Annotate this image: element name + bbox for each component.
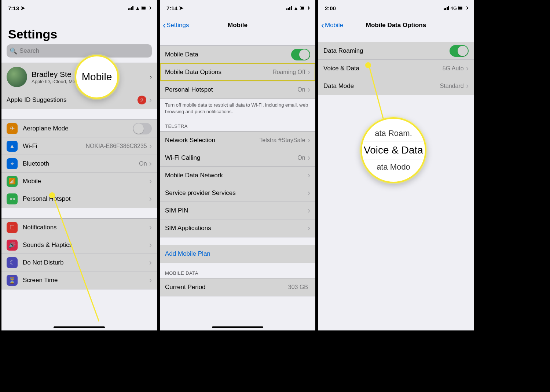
sounds-icon: 🔊 (7, 240, 18, 251)
mobile-data-options-row[interactable]: Mobile Data Options Roaming Off › (160, 63, 315, 81)
network-selection-row[interactable]: Network SelectionTelstra #StaySafe› (160, 132, 315, 149)
location-icon: ➤ (21, 5, 25, 11)
chevron-right-icon: › (149, 275, 152, 285)
status-bar: 7:13➤ ▲ (1, 0, 157, 16)
panel-mobile: 7:14➤ ▲ ‹Settings Mobile Mobile Data Mob… (158, 0, 317, 330)
wifi-calling-row[interactable]: Wi-Fi CallingOn› (160, 149, 315, 167)
avatar (7, 67, 27, 87)
antenna-icon: 📶 (7, 176, 18, 187)
voice-data-row[interactable]: Voice & Data 5G Auto › (318, 60, 474, 77)
current-period-row[interactable]: Current Period303 GB (160, 278, 315, 296)
service-provider-row[interactable]: Service provider Services› (160, 184, 315, 202)
search-icon: 🔍 (10, 47, 17, 55)
search-input[interactable]: 🔍 Search (7, 44, 152, 58)
chevron-right-icon: › (308, 67, 310, 77)
section-footer: Turn off mobile data to restrict all dat… (160, 99, 315, 116)
badge: 2 (138, 96, 146, 104)
page-title: Settings (1, 16, 157, 44)
status-time: 7:13 (8, 5, 19, 11)
cellular-icon (286, 6, 292, 10)
zoom-callout: Mobile (75, 55, 119, 99)
chevron-right-icon: › (149, 177, 152, 186)
section-header-carrier: TELSTRA (160, 116, 315, 131)
personal-hotspot-row[interactable]: ⚯ Personal Hotspot › (1, 190, 157, 208)
back-button[interactable]: ‹Settings (163, 21, 189, 30)
wifi-icon: ▲ (293, 5, 298, 11)
apple-id-suggestions-row[interactable]: Apple ID Suggestions 2 › (1, 91, 157, 109)
aeroplane-toggle[interactable] (133, 123, 152, 134)
chevron-right-icon: › (466, 81, 469, 91)
hotspot-icon: ⚯ (7, 193, 18, 204)
section-header-data: MOBILE DATA (160, 263, 315, 278)
chevron-right-icon: › (308, 223, 310, 233)
cellular-icon (444, 6, 449, 10)
status-bar: 7:14➤ ▲ (160, 0, 315, 16)
add-mobile-plan-row[interactable]: Add Mobile Plan (160, 245, 315, 263)
bluetooth-row[interactable]: ⌖ Bluetooth On › (1, 155, 157, 173)
wifi-row[interactable]: ▲ Wi-Fi NOKIA-E86F386C8235 › (1, 137, 157, 155)
sounds-row[interactable]: 🔊 Sounds & Haptics › (1, 236, 157, 254)
chevron-right-icon: › (466, 64, 469, 73)
wifi-icon: ▲ (7, 141, 18, 152)
wifi-icon: ▲ (135, 5, 140, 11)
status-bar: 2:00 4G (318, 0, 474, 16)
chevron-right-icon: › (149, 194, 152, 204)
status-time: 2:00 (325, 5, 336, 11)
nav-title: Mobile (228, 22, 247, 29)
screentime-row[interactable]: ⏳ Screen Time › (1, 271, 157, 289)
data-roaming-row[interactable]: Data Roaming (318, 42, 474, 60)
chevron-right-icon: › (150, 74, 152, 80)
sim-apps-row[interactable]: SIM Applications› (160, 219, 315, 237)
location-icon: ➤ (179, 5, 184, 11)
bluetooth-icon: ⌖ (7, 158, 18, 169)
personal-hotspot-row[interactable]: Personal Hotspot On › (160, 81, 315, 99)
back-button[interactable]: ‹Mobile (321, 21, 343, 30)
chevron-right-icon: › (149, 141, 152, 151)
chevron-right-icon: › (308, 136, 310, 145)
panel-settings: 7:13➤ ▲ Settings 🔍 Search Bradley Ste Ap… (0, 0, 158, 330)
mobile-data-row[interactable]: Mobile Data (160, 46, 315, 63)
zoom-callout: ata Roam. Voice & Data ata Modo (360, 117, 426, 183)
chevron-right-icon: › (149, 159, 152, 169)
home-indicator[interactable] (54, 326, 105, 328)
home-indicator[interactable] (212, 326, 263, 328)
mobile-data-network-row[interactable]: Mobile Data Network› (160, 167, 315, 184)
aeroplane-mode-row[interactable]: ✈ Aeroplane Mode (1, 120, 157, 137)
notifications-row[interactable]: ☐ Notifications › (1, 219, 157, 236)
chevron-right-icon: › (308, 188, 310, 198)
battery-icon (458, 6, 467, 10)
chevron-right-icon: › (308, 85, 310, 95)
battery-icon (142, 6, 150, 10)
status-time: 7:14 (166, 5, 177, 11)
chevron-right-icon: › (308, 171, 310, 180)
network-type: 4G (451, 5, 457, 11)
chevron-left-icon: ‹ (163, 21, 166, 30)
chevron-right-icon: › (149, 95, 152, 105)
chevron-right-icon: › (308, 153, 310, 163)
hourglass-icon: ⏳ (7, 275, 18, 286)
panel-mobile-data-options: 2:00 4G ‹Mobile Mobile Data Options Data… (317, 0, 475, 330)
mobile-row[interactable]: 📶 Mobile › (1, 173, 157, 190)
aeroplane-icon: ✈ (7, 123, 18, 134)
moon-icon: ☾ (7, 257, 18, 268)
notifications-icon: ☐ (7, 222, 18, 233)
nav-bar: ‹Settings Mobile (160, 16, 315, 34)
data-roaming-toggle[interactable] (450, 45, 469, 57)
battery-icon (300, 6, 309, 10)
chevron-right-icon: › (308, 206, 310, 215)
mobile-data-toggle[interactable] (291, 49, 310, 60)
search-placeholder: Search (19, 47, 39, 55)
chevron-right-icon: › (149, 223, 152, 232)
nav-bar: ‹Mobile Mobile Data Options (318, 16, 474, 34)
data-mode-row[interactable]: Data Mode Standard › (318, 77, 474, 95)
chevron-left-icon: ‹ (321, 21, 324, 30)
cellular-icon (128, 6, 133, 10)
chevron-right-icon: › (149, 240, 152, 250)
nav-title: Mobile Data Options (366, 22, 426, 29)
sim-pin-row[interactable]: SIM PIN› (160, 202, 315, 219)
chevron-right-icon: › (149, 258, 152, 267)
